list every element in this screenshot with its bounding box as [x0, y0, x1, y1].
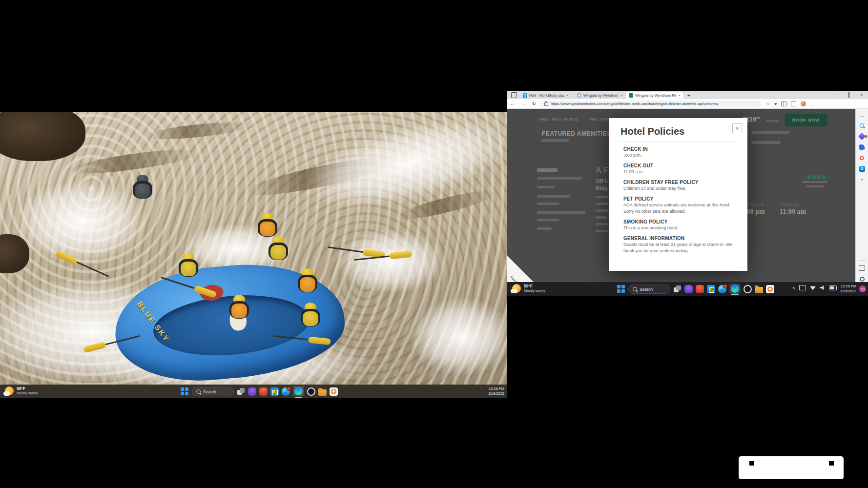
- text-skeleton: [751, 131, 789, 134]
- policy-section-general: GENERAL INFORMATION Guests must be at le…: [609, 236, 747, 254]
- taskbar-search[interactable]: Search: [628, 285, 670, 294]
- life-vest: [135, 183, 150, 198]
- weather-widget[interactable]: 59°F Mostly sunny: [512, 284, 545, 293]
- red-app-icon[interactable]: [696, 285, 704, 293]
- modal-title: Hotel Policies: [620, 126, 747, 137]
- blank-overlay-box: [739, 456, 844, 479]
- rafter: [298, 268, 320, 294]
- sidebar-add-icon[interactable]: +: [859, 176, 865, 183]
- tab-mail[interactable]: O Mail - WorkStudy staceybare - O ×: [520, 92, 572, 99]
- tab-close-icon[interactable]: ×: [678, 93, 681, 98]
- address-bar[interactable]: https://www.wyndhamhotels.com/wingate/fl…: [540, 101, 761, 107]
- rating-text-skeleton: [806, 185, 824, 187]
- checkin-label: CHECK-IN: [747, 203, 764, 206]
- minimize-button[interactable]: –: [830, 92, 843, 97]
- rafter: [269, 236, 291, 262]
- screenshot-stage: BLUE SKY 59°F: [0, 0, 868, 488]
- tab-actions-icon[interactable]: [511, 92, 517, 98]
- split-screen-icon[interactable]: [781, 102, 786, 106]
- paragraph-skeleton: [596, 216, 607, 219]
- restore-button[interactable]: [843, 92, 855, 97]
- red-app-icon[interactable]: [259, 387, 268, 396]
- task-view-icon[interactable]: [673, 285, 682, 293]
- weather-widget[interactable]: 59°F Mostly sunny: [5, 386, 38, 395]
- start-button[interactable]: [617, 285, 625, 293]
- nav-item-skeleton: [537, 219, 559, 221]
- taskbar-search[interactable]: Search: [192, 387, 234, 396]
- forward-button[interactable]: →: [518, 101, 529, 106]
- task-view-icon[interactable]: [237, 387, 245, 396]
- orange-app-icon[interactable]: [330, 387, 338, 396]
- edge-browser-icon[interactable]: [293, 386, 304, 396]
- sidebar-divider: [858, 260, 866, 261]
- microsoft-store-icon[interactable]: [707, 285, 715, 293]
- dark-circle-app-icon[interactable]: [307, 387, 315, 396]
- modal-close-button[interactable]: ×: [732, 123, 742, 133]
- sidebar-ellipsis-icon[interactable]: …: [859, 112, 865, 118]
- rating-text-skeleton: [802, 181, 827, 183]
- tab-close-icon[interactable]: ×: [566, 93, 569, 98]
- close-window-button[interactable]: ×: [855, 92, 868, 97]
- profile-avatar[interactable]: [801, 101, 806, 106]
- window-controls: – ×: [830, 91, 868, 99]
- hidden-icons-chevron[interactable]: ∧: [792, 285, 795, 290]
- policy-heading: SMOKING POLICY: [623, 219, 733, 224]
- wyndham-favicon: [629, 93, 633, 98]
- settings-ellipsis-icon[interactable]: …: [810, 102, 815, 106]
- clock-time: 12:28 PM: [488, 386, 504, 391]
- screenshot-tool-icon[interactable]: [859, 265, 865, 271]
- book-now-button[interactable]: BOOK NOW: [785, 114, 827, 126]
- globe-app-icon[interactable]: [282, 387, 290, 396]
- collections-icon[interactable]: [791, 102, 796, 106]
- start-button[interactable]: [181, 387, 189, 396]
- notification-badge[interactable]: 10: [859, 285, 866, 292]
- edge-browser-icon[interactable]: [729, 284, 741, 294]
- browser-toolbar: ← → ↻ https://www.wyndhamhotels.com/wing…: [507, 99, 868, 109]
- tab-search-wingate[interactable]: Wingate by Wyndham in Fletch ×: [574, 92, 626, 99]
- purple-app-icon[interactable]: [684, 285, 693, 293]
- restore-icon: [848, 92, 849, 98]
- file-explorer-icon[interactable]: [755, 287, 763, 293]
- tab-close-icon[interactable]: ×: [620, 93, 623, 98]
- rafter: [179, 253, 201, 278]
- display-tray-icon[interactable]: [799, 285, 806, 290]
- policy-section-children: CHILDREN STAY FREE POLICY Children 17 an…: [609, 180, 747, 192]
- copilot-icon[interactable]: [859, 133, 865, 140]
- lock-icon: [544, 102, 548, 106]
- taskbar-clock[interactable]: 12:28 PM 11/9/2022: [840, 284, 856, 294]
- refresh-button[interactable]: ↻: [529, 101, 539, 106]
- office-icon[interactable]: O: [859, 155, 865, 161]
- search-label: Search: [640, 287, 653, 292]
- page-subheadline: Off I-: [596, 178, 608, 184]
- policy-heading: PET POLICY: [623, 196, 733, 202]
- battery-icon[interactable]: [829, 285, 837, 290]
- dark-circle-app-icon[interactable]: [744, 285, 752, 293]
- page-headline: A F: [596, 165, 609, 175]
- browser-essentials-icon[interactable]: ♥: [774, 102, 777, 106]
- foam: [410, 298, 507, 376]
- shopping-tag-icon[interactable]: [859, 144, 865, 150]
- purple-app-icon[interactable]: [248, 387, 256, 396]
- sidebar-settings-gear-icon[interactable]: [859, 276, 865, 282]
- microsoft-store-icon[interactable]: [270, 387, 279, 396]
- policy-body: Guests must be at least 21 years of age …: [623, 242, 733, 254]
- wifi-icon[interactable]: [810, 285, 816, 290]
- orange-app-icon[interactable]: [766, 285, 774, 293]
- globe-app-icon[interactable]: [718, 285, 726, 293]
- policy-section-checkin: CHECK IN 3:00 p.m.: [609, 146, 747, 159]
- sidebar-outlook-icon[interactable]: O: [859, 165, 865, 172]
- taskbar-clock[interactable]: 12:28 PM 11/9/2022: [488, 386, 504, 396]
- page-subheadline: Ridg: [596, 185, 607, 191]
- rafter: [258, 213, 280, 238]
- paragraph-skeleton: [596, 196, 609, 198]
- favorites-star-icon[interactable]: ☆: [766, 102, 770, 106]
- new-tab-icon[interactable]: +: [687, 92, 690, 98]
- back-button[interactable]: ←: [507, 101, 518, 106]
- tripadvisor-icon: [797, 174, 805, 179]
- dot: [749, 461, 754, 466]
- sidebar-search-icon[interactable]: [859, 122, 865, 129]
- tab-wingate-active[interactable]: Wingate by Wyndham Fletcher ×: [626, 92, 683, 99]
- file-explorer-icon[interactable]: [318, 389, 327, 396]
- nav-item-skeleton: [537, 227, 552, 230]
- volume-icon[interactable]: [820, 285, 825, 290]
